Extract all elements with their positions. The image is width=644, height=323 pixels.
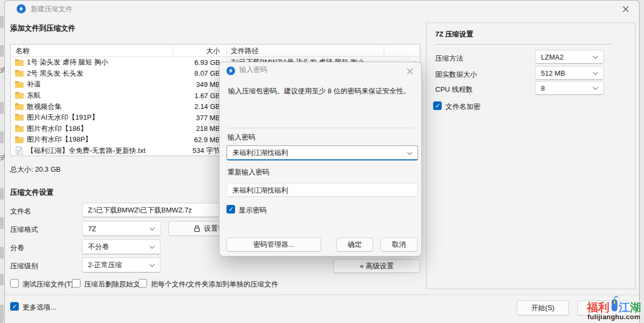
test-archive-label: 测试压缩文件(T) bbox=[23, 280, 74, 289]
password-manager-label: 密码管理器... bbox=[253, 240, 294, 249]
file-name: 图片有水印【198P】 bbox=[27, 135, 92, 144]
watermark-logo: 福利 江 湖 fulijianghu.com bbox=[586, 292, 642, 321]
show-password-label: 显示密码 bbox=[239, 205, 267, 215]
test-archive-checkbox[interactable] bbox=[10, 279, 19, 288]
file-name: 散视频合集 bbox=[27, 102, 62, 112]
reenter-password-input[interactable]: 来福利江湖找福利 bbox=[226, 183, 418, 197]
7z-settings-panel: 7Z 压缩设置 压缩方法 LZMA2 固实数据大小 512 MB CPU 线程数… bbox=[426, 23, 635, 289]
method-dropdown[interactable]: LZMA2 bbox=[535, 50, 604, 64]
password-value: 来福利江湖找福利 bbox=[232, 148, 288, 158]
chevron-down-icon bbox=[150, 244, 155, 249]
cpu-threads-dropdown[interactable]: 8 bbox=[535, 81, 604, 95]
dialog-message: 输入压缩包密码。建议使用至少 8 位的密码来保证安全性。 bbox=[228, 86, 413, 96]
file-name: 1号 染头发 虐待 腿短 胸小 bbox=[27, 57, 108, 67]
watermark-text-green: 湖 bbox=[630, 302, 641, 313]
chevron-down-icon bbox=[593, 54, 598, 59]
7z-settings-title: 7Z 压缩设置 bbox=[435, 30, 473, 39]
password-input[interactable]: 来福利江湖找福利 bbox=[226, 145, 418, 160]
format-dropdown[interactable]: 7Z bbox=[82, 221, 160, 236]
folder-icon bbox=[15, 58, 24, 66]
bg-bar bbox=[0, 16, 4, 28]
file-size: 62.9 MB bbox=[169, 136, 220, 144]
volume-label: 分卷 bbox=[10, 243, 24, 253]
level-label: 压缩级别 bbox=[10, 261, 38, 271]
solid-size-value: 512 MB bbox=[541, 69, 565, 77]
file-name: 2号 黑头发 长头发 bbox=[27, 69, 83, 78]
folder-icon bbox=[15, 136, 24, 143]
chevron-down-icon bbox=[593, 70, 598, 75]
bg-bar bbox=[0, 131, 4, 143]
folder-icon bbox=[15, 69, 24, 77]
enter-password-dialog: 输入密码 输入压缩包密码。建议使用至少 8 位的密码来保证安全性。 输入密码 来… bbox=[219, 62, 422, 256]
bg-bar bbox=[0, 274, 4, 285]
lock-icon bbox=[194, 225, 200, 232]
file-size: 377 MB bbox=[169, 114, 220, 122]
separate-archives-label: 把每个文件/文件夹添加到单独的压缩文件 bbox=[151, 280, 279, 289]
window-close-button[interactable] bbox=[619, 3, 633, 15]
separate-archives-checkbox[interactable] bbox=[138, 279, 147, 288]
cancel-button[interactable]: 取消 bbox=[380, 238, 418, 252]
nanazip-app-icon bbox=[17, 4, 26, 13]
file-name: 图片有水印【186】 bbox=[27, 124, 87, 134]
folder-icon bbox=[15, 102, 24, 110]
method-label: 压缩方法 bbox=[435, 54, 463, 63]
advanced-settings-button[interactable]: « 高级设置 bbox=[333, 259, 420, 273]
solid-size-label: 固实数据大小 bbox=[435, 70, 477, 79]
bg-bar bbox=[0, 305, 4, 323]
ok-button-label: 确定 bbox=[348, 240, 362, 249]
folder-icon bbox=[15, 113, 24, 121]
file-size: 534 字节 bbox=[169, 146, 220, 156]
column-separator[interactable] bbox=[173, 46, 173, 55]
more-options-checkbox[interactable] bbox=[10, 302, 19, 311]
column-separator[interactable] bbox=[226, 46, 227, 55]
total-size-text: 总大小: 20.3 GB bbox=[10, 165, 61, 174]
volume-dropdown[interactable]: 不分卷 bbox=[82, 239, 160, 254]
encrypt-filenames-checkbox[interactable] bbox=[433, 101, 442, 110]
ok-button[interactable]: 确定 bbox=[336, 238, 373, 252]
password-manager-button[interactable]: 密码管理器... bbox=[226, 238, 321, 252]
file-name: 【福利江湖】全免费-无套路-更新快.txt bbox=[27, 146, 145, 156]
window-title: 新建压缩文件 bbox=[31, 1, 72, 18]
file-list-header[interactable]: 名称 大小 文件路径 bbox=[11, 45, 420, 57]
cpu-threads-value: 8 bbox=[541, 84, 545, 92]
folder-icon bbox=[15, 91, 24, 99]
titlebar: 新建压缩文件 bbox=[5, 1, 639, 18]
level-value: 2-正常压缩 bbox=[88, 260, 122, 270]
bg-bar bbox=[0, 188, 4, 200]
method-value: LZMA2 bbox=[541, 53, 564, 61]
file-size: 1.67 GB bbox=[169, 92, 220, 100]
column-header-size[interactable]: 大小 bbox=[169, 46, 220, 56]
column-separator[interactable] bbox=[384, 46, 384, 55]
archive-settings-section-title: 压缩文件设置 bbox=[10, 188, 54, 197]
chevron-down-icon bbox=[407, 149, 413, 155]
chevron-down-icon bbox=[150, 262, 155, 267]
level-dropdown[interactable]: 2-正常压缩 bbox=[82, 258, 160, 273]
folder-icon bbox=[15, 80, 24, 88]
delete-after-checkbox[interactable] bbox=[72, 279, 80, 288]
file-size: 8.07 GB bbox=[169, 69, 220, 77]
dialog-close-button[interactable] bbox=[403, 65, 417, 77]
show-password-checkbox[interactable] bbox=[226, 205, 235, 214]
file-size: 2.14 GB bbox=[169, 102, 220, 111]
solid-size-dropdown[interactable]: 512 MB bbox=[535, 66, 604, 80]
column-header-path[interactable]: 文件路径 bbox=[231, 46, 259, 56]
cpu-threads-label: CPU 线程数 bbox=[435, 85, 473, 94]
column-header-name[interactable]: 名称 bbox=[16, 46, 30, 56]
chevron-down-icon bbox=[150, 225, 155, 231]
more-options-label: 更多选项... bbox=[23, 303, 56, 312]
chevron-down-icon bbox=[593, 85, 598, 90]
file-size: 6.93 GB bbox=[169, 58, 220, 67]
filename-label: 文件名 bbox=[10, 207, 31, 216]
bg-bar bbox=[0, 45, 4, 57]
mouse-icon bbox=[610, 295, 619, 313]
filename-value: Z:\已下载BMWZ\已下载BMWZ.7z bbox=[88, 205, 192, 215]
format-label: 压缩格式 bbox=[10, 225, 38, 234]
panel-divider bbox=[435, 44, 612, 45]
bg-bar bbox=[0, 102, 4, 114]
file-name: 东航 bbox=[27, 91, 41, 100]
start-button[interactable]: 开始(S) bbox=[517, 300, 569, 315]
folder-icon bbox=[15, 124, 24, 132]
reenter-password-value: 来福利江湖找福利 bbox=[232, 186, 288, 195]
start-button-label: 开始(S) bbox=[531, 303, 554, 313]
close-icon bbox=[407, 68, 413, 75]
